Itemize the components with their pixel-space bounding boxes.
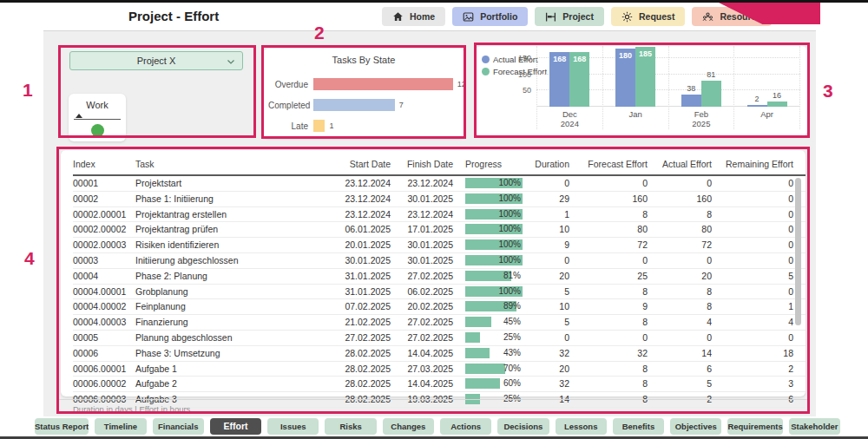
table-cell: Grobplanung bbox=[135, 285, 342, 299]
work-status-indicator[interactable] bbox=[91, 124, 104, 137]
table-row[interactable]: 00002.00002Projektantrag prüfen06.01.202… bbox=[73, 222, 806, 238]
data-label: 168 bbox=[566, 55, 593, 63]
nav-button-request[interactable]: Request bbox=[611, 7, 685, 26]
table-cell: 5 bbox=[660, 377, 724, 391]
y-tick-label: 100 bbox=[507, 70, 531, 79]
tab-changes[interactable]: Changes bbox=[383, 418, 434, 435]
nav-button-project[interactable]: Project bbox=[535, 7, 604, 26]
table-cell: 0 bbox=[724, 238, 806, 252]
table-cell: 31.01.2025 bbox=[342, 269, 403, 284]
work-slicer[interactable]: Work bbox=[69, 94, 126, 141]
table-cell: 30.01.2025 bbox=[403, 192, 465, 206]
tab-benefits[interactable]: Benefits bbox=[613, 418, 664, 435]
table-row[interactable]: 00006.00002Aufgabe 228.02.202514.04.2025… bbox=[73, 377, 806, 392]
column-pair: 168168 bbox=[537, 46, 602, 107]
data-label: 185 bbox=[632, 49, 659, 58]
tab-effort[interactable]: Effort bbox=[210, 418, 261, 435]
progress-bar-wrap: 89% bbox=[465, 301, 523, 311]
table-row[interactable]: 00004.00001Grobplanung31.01.202506.02.20… bbox=[73, 285, 806, 300]
tab-objectives[interactable]: Objectives bbox=[670, 418, 721, 435]
chart-plot-area: 168168Dec2024180185Jan3881Feb2025216Apr bbox=[536, 46, 800, 129]
tab-decisions[interactable]: Decisions bbox=[497, 418, 549, 435]
table-row[interactable]: 00006.00001Aufgabe 128.02.202527.03.2025… bbox=[73, 362, 806, 377]
table-cell: 0 bbox=[531, 176, 582, 191]
tab-requirements[interactable]: Requirements bbox=[727, 418, 782, 435]
progress-bar-wrap: 45% bbox=[465, 317, 523, 327]
portfolio-icon bbox=[463, 11, 474, 23]
table-cell: 25 bbox=[582, 269, 660, 284]
column-bar[interactable]: 2 bbox=[747, 105, 767, 107]
table-cell: 14.04.2025 bbox=[403, 377, 465, 391]
table-scrollbar[interactable] bbox=[795, 178, 801, 325]
progress-value: 45% bbox=[503, 315, 521, 329]
column-bar[interactable]: 16 bbox=[767, 102, 787, 107]
nav-button-label: Request bbox=[639, 11, 674, 22]
table-cell: 21.02.2025 bbox=[342, 315, 403, 330]
tab-risks[interactable]: Risks bbox=[325, 418, 376, 435]
progress-cell: 100% bbox=[465, 176, 531, 191]
progress-bar bbox=[465, 332, 480, 343]
progress-value: 100% bbox=[498, 238, 521, 252]
nav-button-portfolio[interactable]: Portfolio bbox=[452, 7, 528, 26]
table-cell: 0 bbox=[582, 253, 660, 268]
table-cell: 20.02.2025 bbox=[403, 299, 465, 314]
screen: Project - Effort HomePortfolioProjectReq… bbox=[0, 0, 868, 439]
project-dropdown[interactable]: Project X bbox=[69, 51, 243, 70]
table-row[interactable]: 00004.00002Feinplanung07.02.202520.02.20… bbox=[73, 299, 806, 315]
tab-financials[interactable]: Financials bbox=[153, 418, 204, 435]
legend-dot bbox=[482, 68, 490, 75]
tab-actions[interactable]: Actions bbox=[440, 418, 491, 435]
state-bar[interactable] bbox=[313, 99, 395, 111]
table-cell: 30.01.2025 bbox=[403, 253, 465, 268]
table-row[interactable]: 00003Initiierung abgeschlossen30.01.2025… bbox=[73, 253, 806, 269]
state-bar[interactable] bbox=[313, 120, 325, 132]
column-bar[interactable]: 38 bbox=[681, 95, 701, 107]
table-cell: 6 bbox=[660, 362, 724, 377]
project-dropdown-value: Project X bbox=[137, 56, 176, 66]
table-cell: 0 bbox=[660, 253, 724, 268]
table-row[interactable]: 00002Phase 1: Initiierung23.12.202430.01… bbox=[73, 192, 806, 207]
column-bar[interactable]: 81 bbox=[701, 81, 721, 107]
table-cell: 23.12.2024 bbox=[342, 207, 403, 222]
header: Project - Effort HomePortfolioProjectReq… bbox=[0, 3, 868, 30]
y-tick-label: 150 bbox=[507, 54, 531, 62]
table-cell: 8 bbox=[660, 299, 724, 314]
progress-cell: 60% bbox=[465, 377, 531, 391]
progress-cell: 81% bbox=[465, 269, 531, 284]
table-cell: 8 bbox=[660, 285, 724, 299]
table-cell: 0 bbox=[531, 253, 582, 268]
effort-column-chart: Actual EffortForecast Effort 50100150 16… bbox=[476, 46, 807, 136]
state-bar[interactable] bbox=[313, 78, 453, 90]
table-row[interactable]: 00004Phase 2: Planung31.01.202527.02.202… bbox=[73, 269, 806, 285]
progress-value: 60% bbox=[503, 377, 521, 390]
tab-stakeholder[interactable]: Stakeholder bbox=[789, 418, 840, 435]
table-row[interactable]: 00004.00003Finanzierung21.02.202527.02.2… bbox=[73, 315, 806, 331]
tab-lessons[interactable]: Lessons bbox=[556, 418, 607, 435]
nav-button-home[interactable]: Home bbox=[382, 7, 445, 26]
column-header: Index bbox=[73, 154, 135, 174]
column-header: Progress bbox=[465, 154, 531, 174]
progress-cell: 43% bbox=[465, 346, 531, 361]
table-cell: 1 bbox=[724, 299, 806, 314]
table-cell: 28.02.2025 bbox=[342, 346, 403, 361]
progress-bar bbox=[465, 317, 491, 327]
table-cell: Aufgabe 1 bbox=[135, 362, 342, 377]
column-bar[interactable]: 168 bbox=[569, 52, 589, 107]
page-title: Project - Effort bbox=[128, 9, 219, 23]
table-row[interactable]: 00006Phase 3: Umsetzung28.02.202514.04.2… bbox=[73, 346, 806, 362]
progress-value: 70% bbox=[503, 362, 521, 376]
report-tab-bar: Status ReportTimelineFinancialsEffortIss… bbox=[35, 418, 840, 436]
table-cell: 06.01.2025 bbox=[342, 222, 403, 237]
table-row[interactable]: 00001Projektstart23.12.202423.12.2024100… bbox=[73, 176, 806, 192]
table-row[interactable]: 00002.00003Risiken identifizieren20.01.2… bbox=[73, 238, 806, 253]
table-row[interactable]: 00002.00001Projektantrag erstellen23.12.… bbox=[73, 207, 806, 223]
annotation-number-4: 4 bbox=[24, 248, 35, 269]
progress-value: 43% bbox=[503, 346, 521, 360]
column-group: 216Apr bbox=[733, 46, 800, 129]
tab-timeline[interactable]: Timeline bbox=[95, 418, 146, 435]
table-row[interactable]: 00005Planung abgeschlossen27.02.202527.0… bbox=[73, 331, 806, 346]
tab-issues[interactable]: Issues bbox=[267, 418, 319, 435]
tab-status-report[interactable]: Status Report bbox=[35, 418, 89, 435]
column-bar[interactable]: 185 bbox=[635, 47, 655, 107]
progress-value: 100% bbox=[498, 192, 521, 206]
